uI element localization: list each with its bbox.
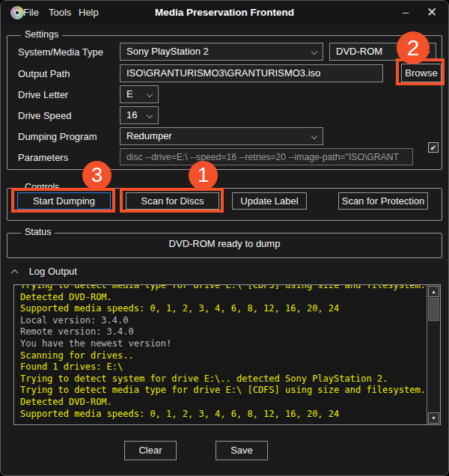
parameters-checkbox[interactable]: ✔ — [428, 142, 439, 153]
drive-letter-select[interactable]: E — [120, 85, 159, 103]
chevron-up-icon — [11, 269, 19, 277]
dumping-program-value: Redumper — [126, 130, 172, 141]
scroll-down-button[interactable]: ▼ — [428, 412, 439, 424]
status-group: Status DVD-ROM ready to dump — [7, 233, 442, 258]
output-path-input[interactable]: ISO\GRANTURISMO3\GRANTURISMO3.iso — [120, 64, 383, 82]
log-line: Supported media speeds: 0, 1, 2, 3, 4, 6… — [20, 303, 425, 315]
window-title: Media Preservation Frontend — [1, 1, 448, 25]
scrollbar-thumb[interactable] — [428, 298, 439, 321]
drive-speed-label: Drive Speed — [18, 109, 72, 123]
log-output-header-label: Log Output — [29, 266, 77, 277]
drive-letter-label: Drive Letter — [18, 88, 68, 103]
annotation-rect-scan-for-discs — [120, 188, 224, 213]
title-bar: File Tools Help Media Preservation Front… — [1, 1, 448, 25]
drive-speed-value: 16 — [126, 109, 137, 120]
system-media-type-value: Sony PlayStation 2 — [126, 46, 209, 57]
log-line: Trying to detect media type for drive E:… — [20, 284, 425, 292]
log-line: Detected DVD-ROM. — [20, 292, 425, 304]
log-line: Scanning for drives.. — [20, 350, 425, 362]
chevron-down-icon — [147, 112, 153, 118]
system-media-type-select[interactable]: Sony PlayStation 2 — [120, 43, 323, 61]
log-scrollbar[interactable]: ▲ ▼ — [427, 285, 440, 424]
log-line: Supported media speeds: 0, 1, 2, 3, 4, 6… — [20, 409, 425, 421]
parameters-input[interactable]: disc --drive=E:\ --speed=16 --retries=20… — [120, 148, 413, 165]
clear-button[interactable]: Clear — [124, 441, 177, 460]
settings-legend: Settings — [21, 29, 62, 40]
drive-speed-select[interactable]: 16 — [120, 106, 159, 124]
chevron-down-icon — [147, 91, 153, 97]
app-window: File Tools Help Media Preservation Front… — [0, 0, 449, 476]
output-path-label: Output Path — [18, 67, 70, 82]
status-message: DVD-ROM ready to dump — [7, 238, 442, 249]
annotation-rect-start-dumping — [11, 188, 115, 213]
scan-for-protection-button[interactable]: Scan for Protection — [338, 192, 428, 210]
dumping-program-select[interactable]: Redumper — [120, 127, 323, 145]
save-button[interactable]: Save — [216, 441, 268, 460]
log-output-area[interactable]: Trying to detect media type for drive E:… — [13, 284, 441, 425]
log-line: You have the newest version! — [20, 338, 425, 350]
chevron-down-icon — [311, 49, 317, 55]
drive-letter-value: E — [126, 88, 133, 100]
scroll-up-button[interactable]: ▲ — [428, 286, 439, 297]
minimize-button[interactable]: – — [393, 1, 418, 25]
annotation-badge-2: 2 — [397, 31, 430, 64]
log-output-expander[interactable]: Log Output — [8, 264, 77, 279]
parameters-label: Parameters — [18, 150, 68, 165]
dumping-program-label: Dumping Program — [18, 129, 97, 144]
annotation-badge-1: 1 — [189, 161, 218, 190]
log-line: Trying to detect media type for drive E:… — [20, 385, 425, 397]
settings-group: Settings System/Media Type Sony PlayStat… — [7, 35, 442, 170]
annotation-badge-3: 3 — [82, 161, 112, 190]
chevron-down-icon — [311, 133, 317, 139]
log-line: Local version: 3.4.0 — [20, 315, 425, 327]
log-lines: Trying to detect media type for drive E:… — [20, 284, 425, 420]
update-label-button[interactable]: Update Label — [232, 192, 307, 210]
system-media-type-label: System/Media Type — [18, 45, 103, 60]
log-line: Found 1 drives: E:\ — [20, 361, 425, 373]
log-line: Remote version: 3.4.0 — [20, 326, 425, 338]
log-line: Trying to detect system for drive E:\.. … — [20, 373, 425, 385]
log-line: Detected DVD-ROM. — [20, 397, 425, 409]
close-button[interactable]: ✕ — [418, 1, 445, 25]
media-type-value: DVD-ROM — [336, 46, 382, 57]
status-legend: Status — [21, 227, 55, 237]
